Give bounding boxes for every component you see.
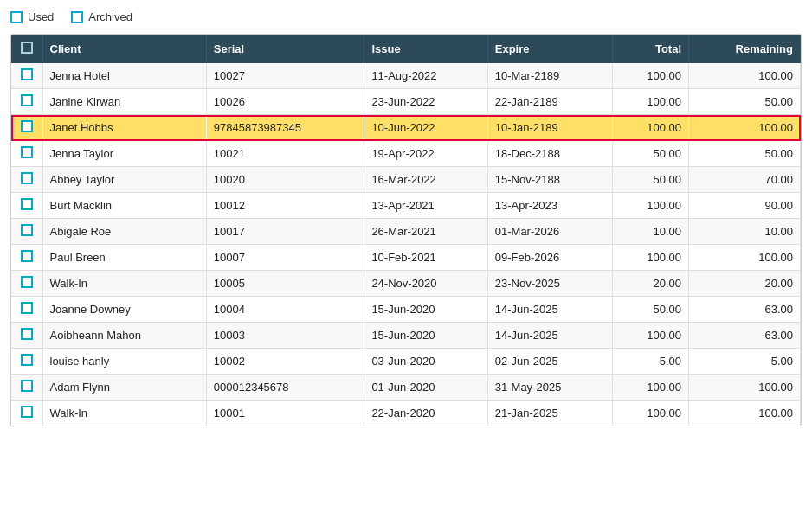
cell-expire: 01-Mar-2026 [487, 219, 613, 245]
row-checkbox[interactable] [21, 302, 33, 314]
header-client: Client [42, 35, 206, 63]
cell-total: 50.00 [613, 167, 689, 193]
row-checkbox-cell[interactable] [11, 115, 42, 141]
cell-total: 50.00 [613, 141, 689, 167]
cell-remaining: 63.00 [689, 297, 801, 323]
row-checkbox-cell[interactable] [11, 167, 42, 193]
cell-client: Janet Hobbs [42, 115, 206, 141]
cell-serial: 10004 [206, 297, 364, 323]
table-row[interactable]: Burt Macklin1001213-Apr-202113-Apr-20231… [11, 193, 801, 219]
archived-checkbox[interactable] [71, 11, 83, 23]
cell-remaining: 20.00 [689, 271, 801, 297]
cell-total: 10.00 [613, 219, 689, 245]
row-checkbox-cell[interactable] [11, 271, 42, 297]
row-checkbox[interactable] [21, 328, 33, 340]
cell-client: Walk-In [42, 271, 206, 297]
row-checkbox-cell[interactable] [11, 401, 42, 426]
used-checkbox[interactable] [10, 11, 23, 23]
cell-remaining: 10.00 [689, 219, 801, 245]
table-row[interactable]: Abigale Roe1001726-Mar-202101-Mar-202610… [11, 219, 801, 245]
row-checkbox-cell[interactable] [11, 219, 42, 245]
cell-expire: 10-Mar-2189 [487, 63, 613, 89]
row-checkbox-cell[interactable] [11, 323, 42, 349]
row-checkbox-cell[interactable] [11, 141, 42, 167]
cell-client: Joanne Downey [42, 297, 206, 323]
row-checkbox[interactable] [21, 146, 33, 158]
table-header-row: Client Serial Issue Expire Total Remaini… [11, 35, 801, 63]
row-checkbox[interactable] [21, 172, 33, 184]
row-checkbox[interactable] [21, 250, 33, 262]
row-checkbox[interactable] [21, 276, 33, 288]
row-checkbox[interactable] [21, 406, 33, 418]
cell-remaining: 63.00 [689, 323, 801, 349]
cell-remaining: 90.00 [689, 193, 801, 219]
table-row[interactable]: Aoibheann Mahon1000315-Jun-202014-Jun-20… [11, 323, 801, 349]
cell-serial: 10026 [206, 89, 364, 115]
cell-client: Paul Breen [42, 245, 206, 271]
cell-remaining: 5.00 [689, 349, 801, 375]
row-checkbox-cell[interactable] [11, 297, 42, 323]
header-total: Total [613, 35, 689, 63]
table-row[interactable]: Joanne Downey1000415-Jun-202014-Jun-2025… [11, 297, 801, 323]
cell-issue: 26-Mar-2021 [364, 219, 487, 245]
cell-expire: 14-Jun-2025 [487, 323, 613, 349]
table-row[interactable]: Walk-In1000122-Jan-202021-Jan-2025100.00… [11, 401, 801, 426]
cell-serial: 10007 [206, 245, 364, 271]
cell-remaining: 50.00 [689, 89, 801, 115]
used-label: Used [28, 10, 54, 23]
cell-remaining: 100.00 [689, 375, 801, 401]
table-row[interactable]: Adam Flynn00001234567801-Jun-202031-May-… [11, 375, 801, 401]
cell-client: Jenna Taylor [42, 141, 206, 167]
table-row[interactable]: Janet Hobbs9784587398734510-Jun-202210-J… [11, 115, 801, 141]
table-row[interactable]: Jenna Taylor1002119-Apr-202218-Dec-21885… [11, 141, 801, 167]
row-checkbox-cell[interactable] [11, 63, 42, 89]
cell-remaining: 100.00 [689, 401, 801, 426]
cell-remaining: 100.00 [689, 115, 801, 141]
cell-client: Jenna Hotel [42, 63, 206, 89]
filter-used[interactable]: Used [10, 10, 54, 23]
table-row[interactable]: Janine Kirwan1002623-Jun-202222-Jan-2189… [11, 89, 801, 115]
table-row[interactable]: Abbey Taylor1002016-Mar-202215-Nov-21885… [11, 167, 801, 193]
row-checkbox[interactable] [21, 354, 33, 366]
header-remaining: Remaining [689, 35, 801, 63]
row-checkbox-cell[interactable] [11, 245, 42, 271]
cell-issue: 24-Nov-2020 [364, 271, 487, 297]
cell-issue: 22-Jan-2020 [364, 401, 487, 426]
table-row[interactable]: Jenna Hotel1002711-Aug-202210-Mar-218910… [11, 63, 801, 89]
table-row[interactable]: Walk-In1000524-Nov-202023-Nov-202520.002… [11, 271, 801, 297]
row-checkbox[interactable] [21, 380, 33, 392]
cell-remaining: 70.00 [689, 167, 801, 193]
row-checkbox-cell[interactable] [11, 375, 42, 401]
filter-row: Used Archived [10, 10, 802, 23]
row-checkbox[interactable] [21, 94, 33, 106]
cell-serial: 10005 [206, 271, 364, 297]
table-row[interactable]: Paul Breen1000710-Feb-202109-Feb-2026100… [11, 245, 801, 271]
header-checkbox[interactable] [21, 42, 33, 54]
cell-issue: 13-Apr-2021 [364, 193, 487, 219]
cell-expire: 22-Jan-2189 [487, 89, 613, 115]
row-checkbox-cell[interactable] [11, 89, 42, 115]
row-checkbox[interactable] [21, 68, 33, 80]
row-checkbox-cell[interactable] [11, 349, 42, 375]
cell-expire: 15-Nov-2188 [487, 167, 613, 193]
cell-issue: 10-Jun-2022 [364, 115, 487, 141]
row-checkbox[interactable] [21, 198, 33, 210]
cell-expire: 21-Jan-2025 [487, 401, 613, 426]
row-checkbox[interactable] [21, 120, 33, 132]
row-checkbox-cell[interactable] [11, 193, 42, 219]
header-checkbox-cell[interactable] [11, 35, 42, 63]
cell-total: 100.00 [613, 245, 689, 271]
cell-total: 20.00 [613, 271, 689, 297]
cell-issue: 15-Jun-2020 [364, 297, 487, 323]
table-row[interactable]: louise hanly1000203-Jun-202002-Jun-20255… [11, 349, 801, 375]
cell-total: 5.00 [613, 349, 689, 375]
cell-expire: 23-Nov-2025 [487, 271, 613, 297]
cell-client: Burt Macklin [42, 193, 206, 219]
cell-issue: 10-Feb-2021 [364, 245, 487, 271]
cell-expire: 14-Jun-2025 [487, 297, 613, 323]
cell-client: Abigale Roe [42, 219, 206, 245]
filter-archived[interactable]: Archived [71, 10, 132, 23]
cell-client: Walk-In [42, 401, 206, 426]
row-checkbox[interactable] [21, 224, 33, 236]
cell-serial: 000012345678 [206, 375, 364, 401]
